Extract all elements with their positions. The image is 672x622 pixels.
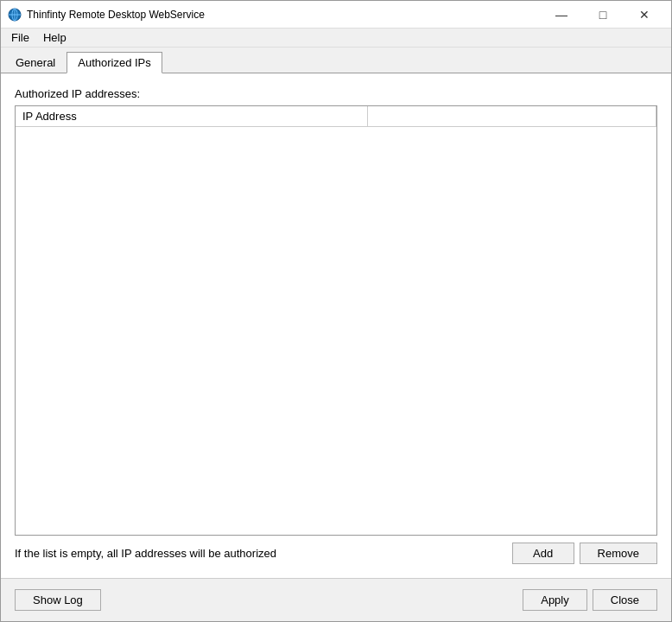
menu-item-file[interactable]: File <box>4 29 36 46</box>
col-header-ip: IP Address <box>16 106 368 127</box>
add-ip-button[interactable]: Add <box>512 543 574 564</box>
remove-ip-button[interactable]: Remove <box>580 543 657 564</box>
menu-bar: File Help <box>1 29 671 48</box>
tab-bar: General Authorized IPs <box>1 48 671 73</box>
footer-info-text: If the list is empty, all IP addresses w… <box>15 547 276 560</box>
ip-table: IP Address <box>16 106 656 127</box>
close-button[interactable]: Close <box>593 589 657 611</box>
col-header-extra <box>368 106 656 127</box>
apply-button[interactable]: Apply <box>523 589 587 611</box>
section-label: Authorized IP addresses: <box>15 87 657 100</box>
title-bar-left: Thinfinty Remote Desktop WebService <box>8 8 205 22</box>
title-bar-controls: — □ ✕ <box>542 4 664 25</box>
menu-item-help[interactable]: Help <box>36 29 73 46</box>
ip-table-container: IP Address <box>15 105 657 536</box>
tab-general[interactable]: General <box>4 52 67 73</box>
minimize-button[interactable]: — <box>542 4 581 25</box>
table-footer: If the list is empty, all IP addresses w… <box>15 543 657 564</box>
maximize-button[interactable]: □ <box>583 4 623 25</box>
show-log-button[interactable]: Show Log <box>15 589 101 611</box>
main-window: Thinfinty Remote Desktop WebService — □ … <box>0 0 672 622</box>
window-title: Thinfinty Remote Desktop WebService <box>27 9 205 21</box>
app-icon <box>8 8 22 22</box>
window-footer: Show Log Apply Close <box>1 578 671 621</box>
table-action-buttons: Add Remove <box>512 543 657 564</box>
content-area: Authorized IP addresses: IP Address If t… <box>1 73 671 578</box>
tab-authorized-ips[interactable]: Authorized IPs <box>67 52 162 73</box>
close-title-button[interactable]: ✕ <box>624 4 664 25</box>
footer-right-buttons: Apply Close <box>523 589 657 611</box>
title-bar: Thinfinty Remote Desktop WebService — □ … <box>1 1 671 29</box>
